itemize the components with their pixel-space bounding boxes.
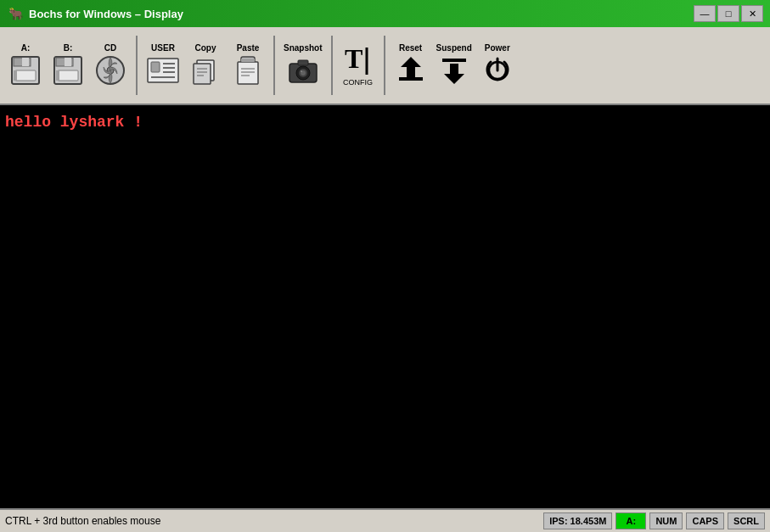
toolbar-suspend[interactable]: Suspend bbox=[433, 42, 475, 89]
app-icon: 🐂 bbox=[7, 5, 24, 22]
copy-label: Copy bbox=[195, 43, 216, 53]
paste-label: Paste bbox=[237, 43, 260, 53]
config-label: CONFIG bbox=[343, 78, 373, 87]
svg-point-34 bbox=[301, 70, 302, 72]
svg-rect-7 bbox=[65, 58, 71, 66]
config-icon: T bbox=[341, 44, 375, 78]
floppy-a-icon bbox=[8, 53, 42, 87]
svg-rect-39 bbox=[399, 77, 423, 81]
minimize-button[interactable]: — bbox=[694, 5, 716, 22]
svg-rect-25 bbox=[241, 59, 255, 62]
status-message: CTRL + 3rd button enables mouse bbox=[5, 515, 540, 527]
maximize-button[interactable]: □ bbox=[717, 5, 739, 22]
toolbar-sep-2 bbox=[273, 36, 275, 95]
reset-label: Reset bbox=[399, 43, 422, 53]
snapshot-label: Snapshot bbox=[284, 43, 323, 53]
user-icon bbox=[146, 53, 180, 87]
title-bar: 🐂 Bochs for Windows – Display — □ ✕ bbox=[0, 0, 770, 27]
reset-icon bbox=[394, 53, 428, 87]
close-button[interactable]: ✕ bbox=[741, 5, 763, 22]
drive-badge: A: bbox=[615, 512, 646, 529]
floppy-b-label: B: bbox=[64, 43, 73, 53]
toolbar-copy[interactable]: Copy bbox=[185, 42, 226, 89]
toolbar-sep-4 bbox=[384, 36, 385, 95]
svg-rect-3 bbox=[15, 70, 36, 81]
display-area[interactable]: hello lyshark ! bbox=[0, 105, 770, 508]
toolbar-cdrom[interactable]: CD bbox=[90, 42, 131, 89]
caps-badge: CAPS bbox=[686, 512, 724, 529]
svg-rect-8 bbox=[58, 70, 78, 81]
floppy-b-icon bbox=[51, 53, 85, 87]
toolbar-floppy-b[interactable]: B: bbox=[48, 42, 88, 89]
copy-icon bbox=[188, 53, 222, 87]
toolbar-snapshot[interactable]: Snapshot bbox=[280, 42, 326, 89]
svg-rect-37 bbox=[407, 64, 415, 77]
toolbar-floppy-a[interactable]: A: bbox=[5, 42, 46, 89]
svg-rect-9 bbox=[56, 70, 59, 81]
svg-rect-19 bbox=[194, 64, 211, 84]
toolbar-config[interactable]: T CONFIG bbox=[338, 42, 379, 88]
svg-text:T: T bbox=[345, 44, 363, 74]
toolbar-paste[interactable]: Paste bbox=[228, 42, 268, 89]
svg-rect-24 bbox=[238, 62, 258, 84]
power-icon bbox=[481, 53, 514, 87]
cdrom-label: CD bbox=[104, 43, 116, 53]
status-bar: CTRL + 3rd button enables mouse IPS: 18.… bbox=[0, 508, 770, 532]
toolbar-sep-3 bbox=[331, 36, 333, 95]
svg-rect-4 bbox=[14, 70, 17, 81]
toolbar-power[interactable]: Power bbox=[477, 42, 518, 89]
suspend-label: Suspend bbox=[436, 43, 472, 53]
svg-rect-30 bbox=[298, 60, 308, 65]
num-badge: NUM bbox=[649, 512, 683, 529]
terminal-output: hello lyshark ! bbox=[5, 112, 143, 133]
user-label: USER bbox=[151, 43, 175, 53]
ips-badge: IPS: 18.453M bbox=[543, 512, 612, 529]
svg-rect-40 bbox=[450, 64, 458, 77]
toolbar-sep-1 bbox=[136, 36, 138, 95]
svg-rect-42 bbox=[442, 59, 466, 62]
scrl-badge: SCRL bbox=[728, 512, 765, 529]
snapshot-icon bbox=[286, 53, 320, 87]
suspend-icon bbox=[437, 53, 471, 87]
floppy-a-label: A: bbox=[21, 43, 31, 53]
paste-icon bbox=[231, 53, 265, 87]
window-title: Bochs for Windows – Display bbox=[29, 8, 692, 20]
svg-rect-2 bbox=[22, 58, 29, 66]
toolbar-reset[interactable]: Reset bbox=[391, 42, 431, 89]
power-label: Power bbox=[485, 43, 510, 53]
toolbar-user[interactable]: USER bbox=[143, 42, 183, 89]
toolbar: A: B: CD bbox=[0, 27, 770, 105]
svg-rect-13 bbox=[151, 62, 160, 72]
cdrom-icon bbox=[93, 53, 127, 87]
